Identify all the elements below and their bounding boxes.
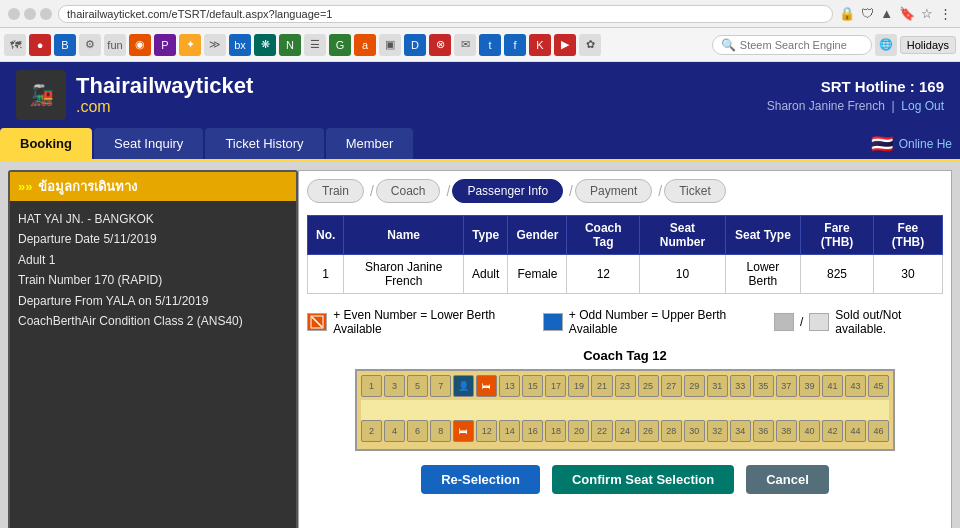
legend-odd-box [543, 313, 563, 331]
seat-43[interactable]: 43 [845, 375, 866, 397]
seat-10[interactable]: 🛏 [453, 420, 474, 442]
ext-icon-7[interactable]: ≫ [204, 34, 226, 56]
breadcrumb-tabs: Train / Coach / Passenger Info / Payment… [307, 179, 943, 203]
menu-icon[interactable]: ⋮ [939, 6, 952, 21]
search-box[interactable]: 🔍 [712, 35, 872, 55]
logout-link[interactable]: Log Out [901, 99, 944, 113]
nav-tab-ticket-history[interactable]: Ticket History [205, 128, 323, 159]
ext-icon-10[interactable]: ☰ [304, 34, 326, 56]
bc-ticket[interactable]: Ticket [664, 179, 726, 203]
ext-icon-9[interactable]: N [279, 34, 301, 56]
seat-14[interactable]: 14 [499, 420, 520, 442]
seat-15[interactable]: 15 [522, 375, 543, 397]
ext-icon-13[interactable]: ✉ [454, 34, 476, 56]
seat-12[interactable]: 12 [476, 420, 497, 442]
bc-payment[interactable]: Payment [575, 179, 652, 203]
seat-32[interactable]: 32 [707, 420, 728, 442]
seat-40[interactable]: 40 [799, 420, 820, 442]
ext-icon-8[interactable]: ❋ [254, 34, 276, 56]
seat-4[interactable]: 4 [384, 420, 405, 442]
seat-36[interactable]: 36 [753, 420, 774, 442]
reselection-button[interactable]: Re-Selection [421, 465, 540, 494]
seat-24[interactable]: 24 [615, 420, 636, 442]
seat-22[interactable]: 22 [591, 420, 612, 442]
seat-13[interactable]: 13 [499, 375, 520, 397]
seat-44[interactable]: 44 [845, 420, 866, 442]
bc-coach[interactable]: Coach [376, 179, 441, 203]
ext-icon-k[interactable]: K [529, 34, 551, 56]
seat-23[interactable]: 23 [615, 375, 636, 397]
ext-icon-4[interactable]: ◉ [129, 34, 151, 56]
seat-1[interactable]: 1 [361, 375, 382, 397]
seat-17[interactable]: 17 [545, 375, 566, 397]
seat-16[interactable]: 16 [522, 420, 543, 442]
seat-37[interactable]: 37 [776, 375, 797, 397]
ext-icon-amazon[interactable]: a [354, 34, 376, 56]
seat-38[interactable]: 38 [776, 420, 797, 442]
nav-tab-booking[interactable]: Booking [0, 128, 92, 159]
browser-refresh[interactable] [40, 8, 52, 20]
nav-tab-seat-inquiry[interactable]: Seat Inquiry [94, 128, 203, 159]
seat-41[interactable]: 41 [822, 375, 843, 397]
seat-11[interactable]: 🛏 [476, 375, 497, 397]
browser-back[interactable] [8, 8, 20, 20]
ext-icon-2[interactable]: B [54, 34, 76, 56]
seat-33[interactable]: 33 [730, 375, 751, 397]
seat-35[interactable]: 35 [753, 375, 774, 397]
ext-icon-bx[interactable]: bx [229, 34, 251, 56]
seat-18[interactable]: 18 [545, 420, 566, 442]
seat-21[interactable]: 21 [591, 375, 612, 397]
seat-19[interactable]: 19 [568, 375, 589, 397]
cell-type: Adult [464, 255, 508, 294]
seat-26[interactable]: 26 [638, 420, 659, 442]
seat-27[interactable]: 27 [661, 375, 682, 397]
search-input[interactable] [740, 39, 850, 51]
departure-from: Departure From YALA on 5/11/2019 [18, 291, 288, 311]
ext-icon-5[interactable]: P [154, 34, 176, 56]
seat-20[interactable]: 20 [568, 420, 589, 442]
maps-icon[interactable]: 🗺 [4, 34, 26, 56]
address-bar[interactable]: thairailwayticket.com/eTSRT/default.aspx… [58, 5, 833, 23]
ext-icon-t[interactable]: t [479, 34, 501, 56]
ext-icon-yt[interactable]: ▶ [554, 34, 576, 56]
logo: 🚂 Thairailwayticket .com [16, 70, 253, 120]
seat-7[interactable]: 7 [430, 375, 451, 397]
globe-icon[interactable]: 🌐 [875, 34, 897, 56]
seat-45[interactable]: 45 [868, 375, 889, 397]
shield-icon: 🛡 [861, 6, 874, 21]
seat-31[interactable]: 31 [707, 375, 728, 397]
ext-icon-11[interactable]: ▣ [379, 34, 401, 56]
seat-2[interactable]: 2 [361, 420, 382, 442]
bc-sep-2: / [446, 183, 450, 199]
holidays-button[interactable]: Holidays [900, 36, 956, 54]
ext-icon-14[interactable]: ✿ [579, 34, 601, 56]
seat-9[interactable]: 👤 [453, 375, 474, 397]
seat-28[interactable]: 28 [661, 420, 682, 442]
confirm-button[interactable]: Confirm Seat Selection [552, 465, 734, 494]
seat-30[interactable]: 30 [684, 420, 705, 442]
seat-6[interactable]: 6 [407, 420, 428, 442]
cancel-button[interactable]: Cancel [746, 465, 829, 494]
bc-passenger-info[interactable]: Passenger Info [452, 179, 563, 203]
seat-42[interactable]: 42 [822, 420, 843, 442]
ext-icon-3[interactable]: ⚙ [79, 34, 101, 56]
ext-icon-12[interactable]: ⊗ [429, 34, 451, 56]
ext-icon-g[interactable]: G [329, 34, 351, 56]
seat-3[interactable]: 3 [384, 375, 405, 397]
ext-icon-d[interactable]: D [404, 34, 426, 56]
ext-icon-1[interactable]: ● [29, 34, 51, 56]
seat-8[interactable]: 8 [430, 420, 451, 442]
seat-25[interactable]: 25 [638, 375, 659, 397]
departure-date: Departure Date 5/11/2019 [18, 229, 288, 249]
seat-29[interactable]: 29 [684, 375, 705, 397]
seat-5[interactable]: 5 [407, 375, 428, 397]
browser-forward[interactable] [24, 8, 36, 20]
ext-icon-6[interactable]: ✦ [179, 34, 201, 56]
ext-icon-fb[interactable]: f [504, 34, 526, 56]
seat-34[interactable]: 34 [730, 420, 751, 442]
seat-46[interactable]: 46 [868, 420, 889, 442]
bc-train[interactable]: Train [307, 179, 364, 203]
ext-icon-fun[interactable]: fun [104, 34, 126, 56]
nav-tab-member[interactable]: Member [326, 128, 414, 159]
seat-39[interactable]: 39 [799, 375, 820, 397]
